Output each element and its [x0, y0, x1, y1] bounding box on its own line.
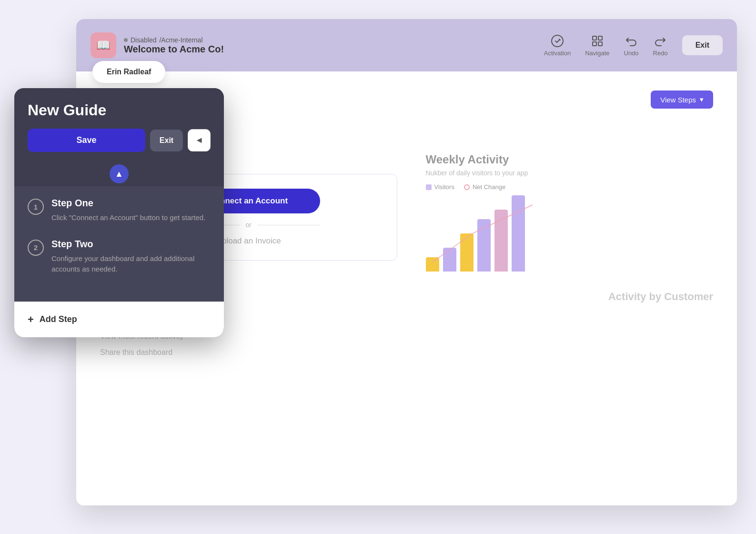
navigate-icon	[591, 34, 604, 48]
breadcrumb: /Acme-Internal	[159, 36, 202, 44]
step-2-title: Step Two	[51, 239, 211, 250]
redo-icon	[654, 34, 667, 48]
user-name: Erin Radleaf	[107, 68, 151, 76]
user-pill: Erin Radleaf	[92, 61, 165, 83]
right-column: Weekly Activity Nukber of daily visitors…	[416, 153, 714, 361]
line-chart	[426, 195, 714, 272]
app-title: Welcome to Acme Co!	[124, 44, 224, 55]
weekly-activity-subtitle: Nukber of daily visitors to your app	[426, 169, 714, 177]
redo-action[interactable]: Redo	[653, 34, 668, 57]
disabled-label: Disabled	[131, 36, 156, 44]
topbar-status: Disabled /Acme-Internal	[124, 36, 224, 44]
activation-icon	[551, 34, 564, 48]
guide-steps: 1 Step One Click "Connect an Account" bu…	[14, 186, 224, 302]
left-arrow-icon: ◄	[195, 135, 203, 145]
guide-panel: New Guide Save Exit ◄ ▲ 1 Step One Click…	[14, 88, 224, 337]
legend-visitors: Visitors	[426, 183, 454, 191]
view-steps-button[interactable]: View Steps ▾	[651, 91, 713, 109]
svg-point-0	[552, 35, 563, 47]
navigate-action[interactable]: Navigate	[585, 34, 609, 57]
guide-header: New Guide Save Exit ◄	[14, 88, 224, 161]
svg-rect-2	[598, 36, 602, 40]
step-2-description: Configure your dashboard and add additio…	[51, 253, 211, 275]
step-1-number: 1	[28, 199, 44, 215]
activation-action[interactable]: Activation	[544, 34, 571, 57]
activation-label: Activation	[544, 50, 571, 57]
guide-collapse-button[interactable]: ◄	[188, 129, 211, 151]
app-topbar: 📖 Disabled /Acme-Internal Welcome to Acm…	[76, 19, 737, 71]
chart-legend: Visitors Net Change	[426, 183, 714, 191]
guide-actions: Save Exit ◄	[28, 129, 211, 152]
guide-save-button[interactable]: Save	[28, 129, 145, 152]
step-1-content: Step One Click "Connect an Account" butt…	[51, 198, 205, 223]
guide-exit-button[interactable]: Exit	[150, 130, 183, 151]
view-steps-label: View Steps	[660, 96, 696, 104]
navigate-label: Navigate	[585, 50, 609, 57]
topbar-exit-button[interactable]: Exit	[682, 35, 723, 55]
or-text: or	[246, 221, 252, 229]
status-dot	[124, 38, 128, 42]
app-logo: 📖	[91, 32, 116, 58]
undo-label: Undo	[624, 50, 639, 57]
legend-net-change: Net Change	[464, 183, 505, 191]
chevron-divider: ▲	[14, 161, 224, 186]
activity-by-customer-title: Activity by Customer	[426, 291, 714, 303]
weekly-activity-title: Weekly Activity	[426, 153, 714, 166]
step-2: 2 Step Two Configure your dashboard and …	[28, 239, 211, 275]
topbar-left: 📖 Disabled /Acme-Internal Welcome to Acm…	[91, 32, 224, 58]
undo-action[interactable]: Undo	[624, 34, 639, 57]
redo-label: Redo	[653, 50, 668, 57]
chevron-down-icon: ▾	[700, 95, 704, 104]
plus-icon: +	[28, 313, 34, 326]
step-1-title: Step One	[51, 198, 205, 209]
add-step-area: + Add Step	[14, 302, 224, 337]
chevron-up-icon: ▲	[115, 169, 123, 179]
step-2-content: Step Two Configure your dashboard and ad…	[51, 239, 211, 275]
collapse-steps-button[interactable]: ▲	[110, 164, 129, 183]
undo-icon	[625, 34, 638, 48]
net-change-icon	[464, 184, 470, 190]
step-1: 1 Step One Click "Connect an Account" bu…	[28, 198, 211, 223]
visitors-icon	[426, 184, 432, 190]
svg-rect-3	[593, 42, 596, 46]
add-step-label: Add Step	[40, 314, 77, 324]
svg-rect-1	[593, 36, 596, 40]
action-share-dashboard[interactable]: Share this dashboard	[100, 344, 397, 361]
guide-title: New Guide	[28, 101, 211, 119]
step-1-description: Click "Connect an Account" button to get…	[51, 212, 205, 223]
topbar-right: Activation Navigate Undo	[544, 34, 723, 57]
step-2-number: 2	[28, 240, 44, 256]
topbar-title-area: Disabled /Acme-Internal Welcome to Acme …	[124, 36, 224, 55]
add-step-button[interactable]: + Add Step	[28, 313, 211, 326]
weekly-chart	[426, 200, 714, 276]
upload-invoice-link[interactable]: Upload an Invoice	[216, 236, 281, 246]
svg-rect-4	[598, 42, 602, 46]
